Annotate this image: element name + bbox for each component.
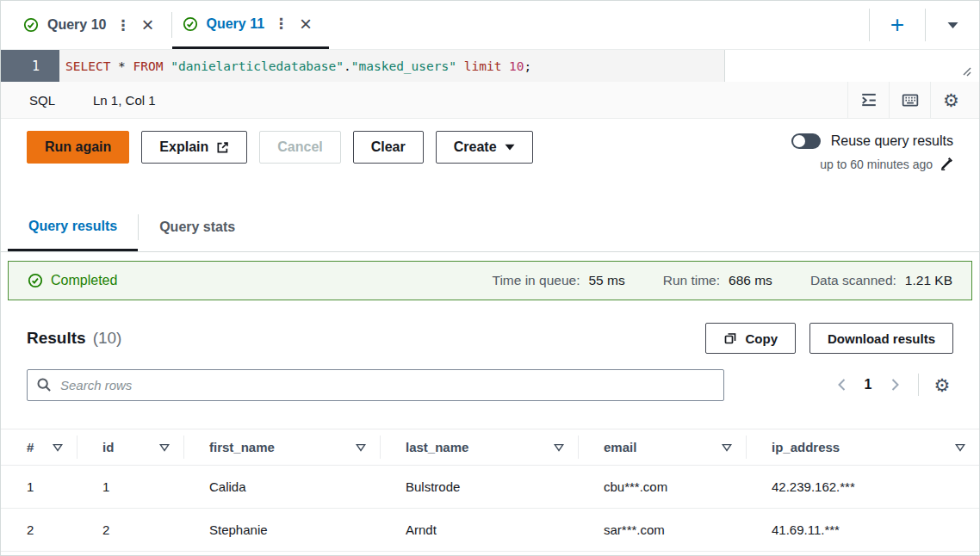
tab-query-11[interactable]: Query 11 ⋮ × [172, 1, 330, 49]
cell-last-name: Bulstrode [380, 466, 578, 509]
search-rows-input[interactable] [27, 369, 724, 401]
cell-id: 2 [77, 509, 183, 552]
results-header: Results (10) Copy Download results [1, 311, 979, 366]
sql-keyword: SELECT [65, 59, 118, 73]
search-icon [36, 377, 52, 392]
tab-menu-icon[interactable]: ⋮ [115, 16, 131, 34]
sql-keyword: FROM [133, 59, 171, 73]
keyboard-shortcuts-button[interactable] [889, 82, 930, 118]
caret-down-icon [505, 144, 515, 151]
create-dropdown-button[interactable]: Create [436, 131, 533, 164]
reuse-query-results: Reuse query results up to 60 minutes ago [791, 133, 953, 171]
cell-ip-address: 42.239.162.*** [746, 466, 979, 509]
previous-page-button[interactable] [830, 374, 853, 396]
results-toolbar: 1 ⚙ [1, 366, 979, 404]
explain-button[interactable]: Explain [141, 131, 247, 164]
column-header-rownum[interactable]: # [1, 429, 77, 466]
cell-ip-address: 41.69.11.*** [746, 509, 979, 552]
results-title: Results [27, 329, 86, 348]
cell-email: cbu***.com [578, 466, 746, 509]
current-page-number[interactable]: 1 [858, 377, 878, 392]
plus-icon: + [890, 11, 904, 39]
filter-icon[interactable] [554, 443, 564, 452]
tab-query-stats[interactable]: Query stats [139, 203, 256, 251]
cursor-position-label: Ln 1, Col 1 [55, 82, 156, 118]
sql-semicolon: ; [524, 59, 532, 73]
next-page-button[interactable] [884, 374, 906, 396]
editor-empty-area[interactable] [725, 50, 979, 82]
results-table: # id first_name last_name email ip_addre… [1, 429, 979, 552]
tab-list-dropdown-button[interactable] [926, 1, 979, 49]
sql-dot: . [344, 59, 351, 73]
sql-editor[interactable]: 1 SELECT * FROM "danielarticledatabase".… [1, 50, 979, 82]
filter-icon[interactable] [159, 443, 170, 452]
cell-id: 1 [77, 466, 183, 509]
filter-icon[interactable] [722, 443, 732, 452]
tab-label: Query 11 [207, 16, 265, 32]
cell-first-name: Calida [183, 466, 380, 509]
run-again-button[interactable]: Run again [27, 131, 129, 164]
column-header-id[interactable]: id [77, 429, 183, 466]
metric-run-time: Run time: 686 ms [663, 273, 772, 288]
tab-menu-icon[interactable]: ⋮ [273, 15, 289, 33]
reuse-toggle-label: Reuse query results [831, 133, 953, 149]
table-header-row: # id first_name last_name email ip_addre… [1, 429, 979, 466]
status-text: Completed [51, 273, 117, 288]
sql-code-line[interactable]: SELECT * FROM "danielarticledatabase"."m… [59, 50, 725, 82]
results-count: (10) [93, 329, 122, 348]
cell-email: sar***.com [578, 509, 746, 552]
sql-keyword: limit [456, 59, 509, 73]
tab-bar-spacer [329, 1, 869, 49]
cancel-button[interactable]: Cancel [259, 131, 340, 164]
query-success-icon [23, 17, 39, 33]
cell-last-name: Arndt [380, 509, 578, 552]
filter-icon[interactable] [356, 443, 366, 452]
reuse-query-results-toggle[interactable] [791, 133, 821, 149]
athena-query-editor: Query 10 ⋮ × Query 11 ⋮ × + 1 SELECT * F… [0, 0, 980, 556]
editor-settings-button[interactable]: ⚙ [930, 82, 971, 118]
copy-icon [723, 331, 737, 345]
editor-resize-handle[interactable] [960, 65, 972, 77]
editor-status-bar: SQL Ln 1, Col 1 ⚙ [1, 82, 979, 119]
format-icon [860, 92, 878, 108]
tab-close-icon[interactable]: × [298, 14, 313, 34]
query-actions: Run again Explain Cancel Clear Create Re… [1, 119, 979, 203]
query-success-icon [183, 16, 198, 32]
check-circle-icon [28, 273, 43, 288]
edit-pencil-icon[interactable] [940, 158, 953, 171]
column-header-ip-address[interactable]: ip_address [746, 429, 979, 466]
metric-time-in-queue: Time in queue: 55 ms [493, 273, 625, 288]
gear-icon: ⚙ [934, 376, 951, 394]
filter-icon[interactable] [53, 443, 63, 452]
gear-icon: ⚙ [943, 91, 959, 109]
sql-star: * [118, 59, 133, 73]
clear-button[interactable]: Clear [353, 131, 424, 164]
tab-close-icon[interactable]: × [140, 15, 155, 35]
tab-label: Query 10 [47, 17, 106, 33]
table-row[interactable]: 1 1 Calida Bulstrode cbu***.com 42.239.1… [1, 466, 979, 509]
chevron-right-icon [890, 378, 900, 392]
cell-first-name: Stephanie [183, 509, 380, 552]
caret-down-icon [947, 22, 958, 29]
column-header-first-name[interactable]: first_name [183, 429, 380, 466]
editor-line-number: 1 [1, 50, 59, 82]
results-tab-bar: Query results Query stats [1, 203, 979, 252]
column-header-email[interactable]: email [578, 429, 746, 466]
column-header-last-name[interactable]: last_name [380, 429, 578, 466]
cell-rownum: 1 [1, 466, 77, 509]
filter-icon[interactable] [955, 443, 965, 452]
table-row[interactable]: 2 2 Stephanie Arndt sar***.com 41.69.11.… [1, 509, 979, 552]
query-status-banner: Completed Time in queue: 55 ms Run time:… [8, 261, 972, 300]
format-query-button[interactable] [847, 82, 889, 118]
metric-data-scanned: Data scanned: 1.21 KB [810, 273, 952, 288]
reuse-hint-text: up to 60 minutes ago [820, 158, 933, 171]
query-metrics: Time in queue: 55 ms Run time: 686 ms Da… [493, 273, 953, 288]
cell-rownum: 2 [1, 509, 77, 552]
new-query-tab-button[interactable]: + [870, 1, 925, 49]
tab-query-results[interactable]: Query results [8, 203, 138, 251]
query-tab-bar: Query 10 ⋮ × Query 11 ⋮ × + [1, 1, 979, 50]
download-results-button[interactable]: Download results [809, 323, 953, 354]
copy-button[interactable]: Copy [705, 323, 796, 354]
tab-query-10[interactable]: Query 10 ⋮ × [13, 1, 171, 49]
results-preferences-button[interactable]: ⚙ [931, 374, 953, 396]
